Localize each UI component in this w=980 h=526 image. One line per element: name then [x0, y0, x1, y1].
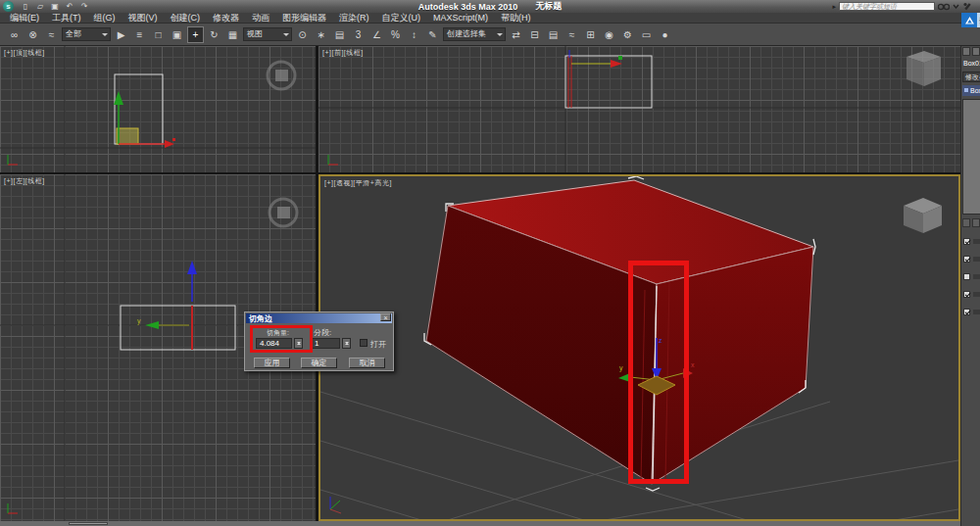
menu-item[interactable]: 编辑(E)	[10, 12, 39, 24]
menu-item[interactable]: 修改器	[213, 12, 239, 24]
rollout-checkbox-row[interactable]	[963, 309, 980, 315]
toolbar-icon[interactable]: ⚙	[619, 26, 636, 43]
toolbar-icon[interactable]: ≡	[131, 26, 148, 43]
toolbar-icon[interactable]: ⊟	[526, 26, 543, 43]
toolbar-icon[interactable]: ▤	[331, 26, 348, 43]
wrench-icon[interactable]	[962, 2, 972, 12]
segments-spinner[interactable]	[342, 338, 351, 349]
infocenter-collapse-icon[interactable]: ▸	[832, 3, 836, 11]
toolbar-icon[interactable]: ∗	[313, 26, 329, 43]
stack-tool-buttons	[962, 218, 980, 227]
toolbar-icon[interactable]: ∞	[6, 26, 23, 43]
menu-item[interactable]: 工具(T)	[52, 12, 81, 24]
rollout-checkbox-row[interactable]	[963, 273, 980, 280]
axis-tripod	[330, 497, 341, 513]
checkbox-icon[interactable]	[963, 291, 970, 298]
checkbox-icon[interactable]	[963, 273, 970, 280]
track-bar[interactable]	[0, 521, 960, 526]
modify-tab-icon[interactable]	[972, 47, 980, 56]
toolbar-icon[interactable]: ↕	[406, 26, 422, 43]
rollout-label-stub	[973, 274, 980, 279]
viewport-perspective-label[interactable]: [+][透视][平滑+高光]	[324, 178, 392, 188]
modifier-stack-selected-item[interactable]: Box	[962, 85, 980, 96]
toolbar-icon[interactable]: ⇄	[508, 26, 524, 43]
toolbar-icon[interactable]: ▶	[113, 26, 129, 43]
rollout-checkbox-row[interactable]	[963, 238, 980, 245]
menu-item[interactable]: MAXScript(M)	[433, 13, 488, 23]
toolbar-icon[interactable]: ▭	[638, 26, 655, 43]
toolbar-dropdown[interactable]: 视图	[243, 27, 292, 41]
viewport-top[interactable]: [+][顶][线框]	[0, 46, 316, 172]
document-title: 无标题	[535, 0, 562, 13]
toolbar-icon[interactable]: ✎	[424, 26, 441, 43]
ok-button[interactable]: 确定	[301, 358, 337, 368]
menu-item[interactable]: 组(G)	[94, 12, 116, 24]
toolbar-icon[interactable]: ↻	[206, 26, 222, 43]
modifier-list-dropdown[interactable]: 修改器列表	[962, 72, 980, 82]
viewport-top-label[interactable]: [+][顶][线框]	[4, 48, 45, 58]
toolbar-icon[interactable]: ∠	[368, 26, 385, 43]
menu-item[interactable]: 图形编辑器	[282, 12, 326, 24]
3ds-max-window: s ▯▱▣↶↷ Autodesk 3ds Max 2010 无标题 ▸	[0, 0, 980, 526]
toolbar-icon[interactable]: ▦	[224, 26, 241, 43]
viewport-perspective[interactable]: [+][透视][平滑+高光]	[318, 174, 960, 521]
menu-item[interactable]: 创建(C)	[171, 12, 201, 24]
stack-button-icon[interactable]	[972, 218, 980, 227]
viewcube-icon	[904, 198, 942, 233]
menu-item[interactable]: 自定义(U)	[382, 12, 421, 24]
dialog-close-button[interactable]: ×	[380, 313, 391, 321]
rollout-checkbox-row[interactable]	[963, 291, 980, 298]
app-logo-icon[interactable]: s	[3, 1, 14, 12]
toolbar-icon[interactable]: 3	[350, 26, 367, 43]
object-name-field[interactable]: Box01	[963, 60, 980, 67]
time-slider-handle[interactable]	[69, 522, 108, 525]
toolbar-icon[interactable]: ≈	[564, 26, 580, 43]
search-binoculars-icon[interactable]	[938, 2, 950, 11]
viewport-front[interactable]: [+][前][线框]	[318, 46, 960, 172]
toolbar-icon[interactable]: ▤	[545, 26, 562, 43]
toolbar-icon[interactable]: ▣	[169, 26, 185, 43]
toolbar-dropdown[interactable]: 全部	[62, 27, 111, 41]
toolbar-icon[interactable]: □	[150, 26, 167, 43]
menu-bar: 编辑(E)工具(T)组(G)视图(V)创建(C)修改器动画图形编辑器渲染(R)自…	[0, 13, 980, 24]
toolbar-icon[interactable]: ●	[657, 26, 673, 43]
toolbar-icon[interactable]: ⊗	[24, 26, 41, 43]
toolbar-icon[interactable]: ⊙	[294, 26, 311, 43]
dialog-title: 切角边	[246, 313, 272, 324]
command-panel[interactable]: Box01 修改器列表 Box	[960, 46, 980, 526]
create-tab-icon[interactable]	[962, 47, 970, 56]
apply-button[interactable]: 应用	[254, 358, 290, 368]
menu-item[interactable]: 视图(V)	[128, 12, 158, 24]
viewport-left-label[interactable]: [+][左][线框]	[4, 176, 45, 186]
menu-item[interactable]: 渲染(R)	[339, 12, 369, 24]
toolbar-icon[interactable]: ⊞	[582, 26, 599, 43]
toolbar-icon[interactable]: ≈	[43, 26, 60, 43]
open-checkbox-label: 打开	[370, 339, 386, 350]
toolbar-icon[interactable]: ◉	[601, 26, 617, 43]
checkbox-icon[interactable]	[963, 238, 970, 245]
search-input[interactable]	[839, 2, 935, 11]
modifier-stack[interactable]	[962, 99, 980, 215]
menu-item[interactable]: 动画	[252, 12, 270, 24]
dialog-title-bar[interactable]: 切角边	[246, 313, 392, 323]
box-object	[426, 180, 813, 484]
toolbar-icon[interactable]: +	[187, 26, 204, 43]
checkbox-icon[interactable]	[963, 309, 970, 315]
segments-field[interactable]: 1	[311, 338, 340, 349]
open-checkbox[interactable]	[360, 339, 368, 347]
gizmo-x-arrow	[165, 140, 174, 148]
edge-highlight-annotation	[628, 261, 689, 484]
rollout-label-stub	[973, 239, 980, 244]
rollout-label-stub	[973, 292, 980, 297]
chevron-down-icon[interactable]	[953, 3, 959, 10]
stack-button-icon[interactable]	[962, 218, 970, 227]
cancel-button[interactable]: 取消	[349, 358, 385, 368]
menu-item[interactable]: 帮助(H)	[501, 12, 531, 24]
rollout-checkbox-row[interactable]	[963, 256, 980, 263]
checkbox-icon[interactable]	[963, 256, 970, 263]
viewport-front-label[interactable]: [+][前][线框]	[322, 48, 364, 58]
communication-center-badge[interactable]: 捕捉	[961, 13, 980, 27]
toolbar-icon[interactable]: %	[387, 26, 404, 43]
toolbar-dropdown[interactable]: 创建选择集	[443, 27, 506, 41]
autodesk-knot-icon	[961, 13, 977, 27]
